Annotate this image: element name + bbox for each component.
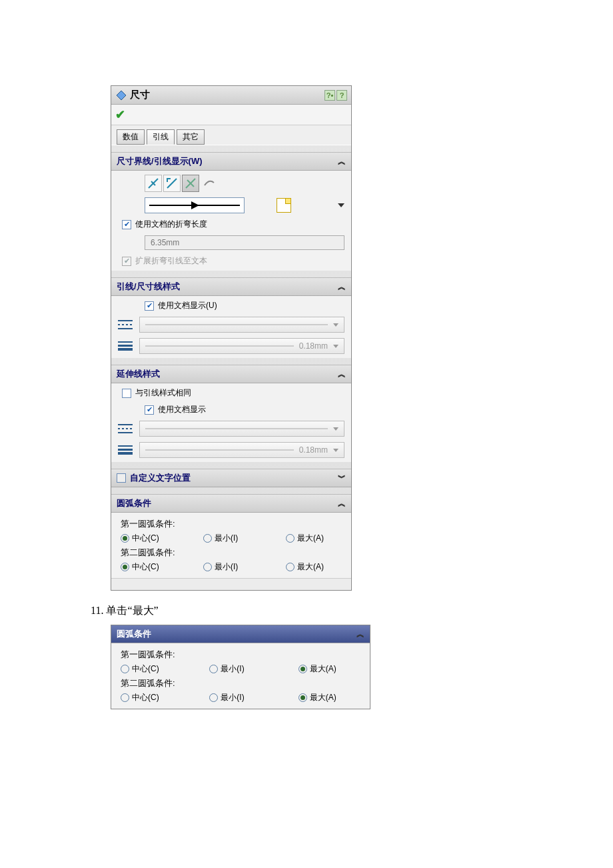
section-header[interactable]: 引线/尺寸线样式 ︽ [111, 278, 351, 296]
tab-other[interactable]: 其它 [177, 129, 205, 145]
arc-conditions-panel-after: 圆弧条件 ︽ 第一圆弧条件: 中心(C) 最小(I) 最大(A) 第二圆弧条件:… [111, 625, 370, 709]
same-as-leader-row: ✔ 与引线样式相同 [118, 387, 344, 399]
svg-line-3 [167, 179, 177, 188]
tab-value[interactable]: 数值 [117, 129, 145, 145]
thickness-value: 0.18mm [299, 341, 328, 351]
custom-text-pos-checkbox[interactable] [117, 473, 126, 483]
line-thickness-select[interactable]: 0.18mm [139, 338, 344, 354]
tabs: 数值 引线 其它 [111, 125, 351, 145]
section-header[interactable]: 圆弧条件 ︽ [111, 495, 351, 513]
radio-icon [209, 665, 218, 673]
ok-check-icon[interactable]: ✔ [115, 108, 125, 121]
section-witness-leader: 尺寸界线/引线显示(W) ︽ [111, 152, 351, 271]
second-arc-center[interactable]: 中心(C) [121, 561, 177, 573]
use-doc-display-label: 使用文档显示(U) [158, 300, 217, 311]
witness-icon-1[interactable] [145, 175, 162, 192]
radio-icon [121, 534, 129, 543]
arrow-style-dropdown-icon[interactable] [338, 203, 344, 207]
help-buttons: ?• ? [324, 90, 347, 101]
use-doc-display-row: ✔ 使用文档显示 [118, 404, 344, 415]
line-thickness-icon [118, 341, 133, 351]
extend-bent-row: ✔ 扩展折弯引线至文本 [118, 255, 344, 267]
radio-icon [121, 665, 129, 673]
witness-icon-2[interactable] [163, 175, 181, 192]
expand-icon[interactable]: ︾ [338, 473, 346, 484]
first-arc-max[interactable]: 最大(A) [286, 533, 342, 544]
second-arc-min[interactable]: 最小(I) [203, 561, 259, 573]
section-title: 圆弧条件 [117, 628, 151, 640]
collapse-icon[interactable]: ︽ [356, 629, 364, 640]
pin-help-icon[interactable]: ?• [324, 90, 335, 101]
title-bar: 尺寸 ?• ? [111, 86, 351, 105]
arrow-style-select[interactable] [145, 197, 245, 213]
ext-line-style-row [118, 421, 344, 437]
section-header[interactable]: 圆弧条件 ︽ [111, 625, 370, 643]
collapse-icon[interactable]: ︽ [338, 281, 346, 293]
ext-line-style-select[interactable] [139, 421, 344, 437]
use-doc-display-checkbox[interactable]: ✔ [145, 405, 154, 415]
section-title: 自定义文字位置 [130, 472, 191, 484]
radio-icon [121, 693, 129, 702]
first-arc-center[interactable]: 中心(C) [121, 533, 177, 544]
extend-bent-checkbox: ✔ [122, 257, 131, 266]
second-arc-label: 第二圆弧条件: [121, 677, 360, 689]
witness-icon-3[interactable] [182, 175, 199, 192]
radio-icon [203, 534, 212, 543]
radio-icon [121, 563, 129, 571]
section-header[interactable]: 自定义文字位置 ︾ [111, 469, 351, 487]
witness-style-icons [118, 175, 344, 192]
collapse-icon[interactable]: ︽ [338, 156, 346, 167]
section-header[interactable]: 延伸线样式 ︽ [111, 365, 351, 383]
first-arc-min[interactable]: 最小(I) [209, 663, 271, 675]
line-style-icon [118, 423, 133, 434]
section-header[interactable]: 尺寸界线/引线显示(W) ︽ [111, 153, 351, 171]
use-doc-display-checkbox[interactable]: ✔ [145, 301, 154, 311]
section-title: 尺寸界线/引线显示(W) [117, 155, 203, 167]
arrow-glyph-icon [149, 205, 240, 206]
line-style-icon [118, 319, 133, 330]
first-arc-center[interactable]: 中心(C) [121, 663, 183, 675]
collapse-icon[interactable]: ︽ [338, 498, 346, 509]
ext-line-thickness-select[interactable]: 0.18mm [139, 442, 344, 458]
first-arc-min[interactable]: 最小(I) [203, 533, 259, 544]
radio-icon [209, 693, 218, 702]
confirm-bar: ✔ [111, 105, 351, 125]
line-thickness-row: 0.18mm [118, 338, 344, 354]
extend-bent-label: 扩展折弯引线至文本 [135, 255, 207, 267]
same-as-leader-checkbox[interactable]: ✔ [122, 389, 131, 398]
bend-length-input[interactable]: 6.35mm [145, 235, 344, 250]
new-doc-icon[interactable] [277, 198, 291, 213]
first-arc-max[interactable]: 最大(A) [299, 663, 360, 675]
second-arc-row: 中心(C) 最小(I) 最大(A) [121, 692, 360, 703]
first-arc-row: 中心(C) 最小(I) 最大(A) [121, 663, 360, 675]
radio-icon [286, 563, 295, 571]
use-doc-bend-row: ✔ 使用文档的折弯长度 [118, 219, 344, 230]
ext-line-thickness-row: 0.18mm [118, 442, 344, 458]
section-leader-style: 引线/尺寸线样式 ︽ ✔ 使用文档显示(U) [111, 277, 351, 358]
help-icon[interactable]: ? [336, 90, 347, 101]
instruction-step-11: 11. 单击“最大” [91, 604, 613, 618]
use-doc-bend-checkbox[interactable]: ✔ [122, 220, 131, 229]
same-as-leader-label: 与引线样式相同 [135, 387, 191, 399]
section-title: 延伸线样式 [117, 368, 160, 380]
tab-leader[interactable]: 引线 [147, 129, 175, 145]
line-style-row [118, 317, 344, 333]
witness-icon-4[interactable] [201, 175, 218, 192]
second-arc-max[interactable]: 最大(A) [299, 692, 360, 703]
second-arc-max[interactable]: 最大(A) [286, 561, 342, 573]
use-doc-display-row: ✔ 使用文档显示(U) [118, 300, 344, 311]
section-title: 引线/尺寸线样式 [117, 281, 180, 293]
second-arc-min[interactable]: 最小(I) [209, 692, 271, 703]
second-arc-center[interactable]: 中心(C) [121, 692, 183, 703]
section-extension-style: 延伸线样式 ︽ ✔ 与引线样式相同 ✔ 使用文档显示 [111, 365, 351, 462]
use-doc-display-label: 使用文档显示 [158, 404, 206, 415]
first-arc-row: 中心(C) 最小(I) 最大(A) [121, 533, 342, 544]
second-arc-label: 第二圆弧条件: [121, 547, 342, 559]
collapse-icon[interactable]: ︽ [338, 369, 346, 380]
first-arc-label: 第一圆弧条件: [121, 649, 360, 661]
line-style-select[interactable] [139, 317, 344, 333]
radio-icon [203, 563, 212, 571]
thickness-value: 0.18mm [299, 445, 328, 455]
section-custom-text-pos: 自定义文字位置 ︾ [111, 469, 351, 487]
first-arc-label: 第一圆弧条件: [121, 518, 342, 530]
